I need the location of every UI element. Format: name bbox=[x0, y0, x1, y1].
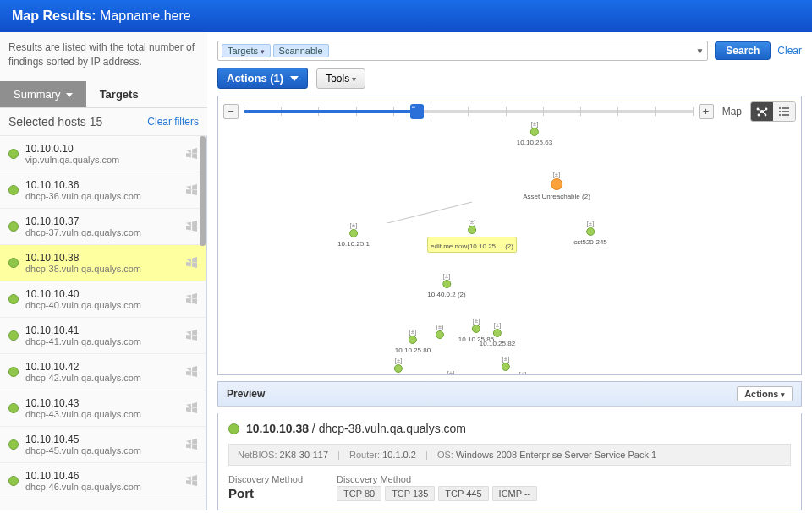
host-item[interactable]: 10.10.10.42dhcp-42.vuln.qa.qualys.com bbox=[0, 354, 206, 390]
node-label: 10.40.0.2 (2) bbox=[427, 291, 465, 298]
status-dot-icon bbox=[8, 221, 19, 232]
status-dot-icon bbox=[8, 149, 19, 159]
preview-bar: Preview Actions bbox=[217, 381, 802, 407]
windows-icon bbox=[186, 257, 197, 268]
status-dot-icon bbox=[8, 367, 19, 377]
host-item[interactable]: 10.10.10.43dhcp-43.vuln.qa.qualys.com bbox=[0, 390, 206, 427]
preview-host-title: 10.10.10.38 / dhcp-38.vuln.qa.qualys.com bbox=[228, 422, 791, 435]
map-edges bbox=[218, 96, 472, 223]
node-label: 10.10.25.1 bbox=[337, 240, 370, 248]
svg-rect-13 bbox=[779, 114, 781, 116]
map-node[interactable]: [±]10.10.25.52 bbox=[505, 372, 540, 375]
host-item[interactable]: 10.10.10.41dhcp-41.vuln.qa.qualys.com bbox=[0, 318, 206, 354]
preview-body: 10.10.10.38 / dhcp-38.vuln.qa.qualys.com… bbox=[217, 413, 802, 510]
zoom-in-button[interactable]: + bbox=[699, 104, 714, 119]
host-ip: 10.10.10.46 bbox=[25, 470, 179, 482]
map-node[interactable]: [±]10.40.0.2 (2) bbox=[427, 274, 465, 298]
node-label: cst520-245 bbox=[573, 238, 607, 246]
host-item[interactable]: 10.10.0.10vip.vuln.qa.qualys.com bbox=[0, 136, 206, 172]
host-dns: vip.vuln.qa.qualys.com bbox=[25, 155, 179, 165]
map-node[interactable]: [±]10.10.25.85 bbox=[458, 319, 494, 343]
host-ip: 10.10.10.43 bbox=[25, 397, 179, 409]
node-dot-icon bbox=[468, 226, 476, 234]
node-dot-icon bbox=[530, 128, 539, 136]
map-canvas[interactable]: − + Map bbox=[217, 96, 802, 375]
map-node[interactable]: [±]10.10.25.80 bbox=[395, 330, 431, 354]
status-dot-icon bbox=[8, 403, 19, 413]
windows-icon bbox=[186, 148, 197, 159]
host-item[interactable]: 10.10.10.37dhcp-37.vuln.qa.qualys.com bbox=[0, 209, 206, 245]
host-item[interactable]: 10.10.10.36dhcp-36.vuln.qa.qualys.com bbox=[0, 172, 206, 209]
status-dot-icon bbox=[8, 476, 19, 486]
actions-label: Actions (1) bbox=[227, 72, 283, 85]
preview-host-dns: dhcp-38.vuln.qa.qualys.com bbox=[319, 422, 466, 435]
discovery-row: Discovery Method Port Discovery Method T… bbox=[228, 474, 791, 501]
node-label: Asset Unreachable (2) bbox=[523, 193, 590, 200]
host-ip: 10.10.10.36 bbox=[25, 179, 179, 191]
clear-filters-link[interactable]: Clear filters bbox=[147, 116, 199, 128]
map-node[interactable]: [±]10.10.25.1 bbox=[337, 223, 370, 248]
svg-rect-14 bbox=[782, 114, 789, 116]
sidebar-tabs: Summary Targets bbox=[0, 81, 207, 108]
map-label: Map bbox=[719, 106, 745, 117]
main-area: Targets Scannable ▼ Search Clear Actions… bbox=[207, 32, 812, 510]
svg-rect-11 bbox=[779, 111, 781, 112]
windows-icon bbox=[186, 221, 197, 232]
filter-type-pill[interactable]: Targets bbox=[222, 44, 271, 57]
map-node[interactable]: [±]cst520-245 bbox=[573, 221, 607, 246]
filter-dropdown-icon[interactable]: ▼ bbox=[695, 46, 704, 56]
host-dns: dhcp-37.vuln.qa.qualys.com bbox=[25, 227, 179, 237]
host-dns: dhcp-46.vuln.qa.qualys.com bbox=[25, 482, 179, 492]
search-button[interactable]: Search bbox=[715, 41, 771, 60]
scrollbar-thumb[interactable] bbox=[200, 136, 206, 246]
host-dns: dhcp-38.vuln.qa.qualys.com bbox=[25, 264, 179, 274]
map-node[interactable]: [±]edit.me.now(10.10.25.... (2) bbox=[427, 220, 517, 253]
host-ip: 10.10.10.38 bbox=[25, 252, 179, 264]
tools-button[interactable]: Tools bbox=[316, 68, 365, 89]
map-node[interactable]: [±]10.10.25.84 bbox=[381, 358, 416, 375]
node-dot-icon bbox=[349, 229, 358, 237]
map-node[interactable]: [±]10.10.0 (18) bbox=[432, 371, 469, 375]
windows-icon bbox=[186, 184, 197, 195]
filter-input[interactable]: Targets Scannable ▼ bbox=[217, 41, 708, 61]
clear-link[interactable]: Clear bbox=[777, 45, 802, 57]
map-node[interactable]: [±] bbox=[436, 325, 444, 341]
view-list-button[interactable] bbox=[773, 102, 795, 121]
header-prefix: Map Results: bbox=[12, 8, 96, 23]
host-item[interactable]: 10.10.10.40dhcp-40.vuln.qa.qualys.com bbox=[0, 281, 206, 318]
host-item[interactable]: 10.10.10.45dhcp-45.vuln.qa.qualys.com bbox=[0, 427, 206, 463]
hosts-list[interactable]: 10.10.0.10vip.vuln.qa.qualys.com10.10.10… bbox=[0, 136, 207, 510]
host-ip: 10.10.0.10 bbox=[25, 143, 179, 155]
view-graph-button[interactable] bbox=[751, 102, 773, 121]
map-node[interactable]: [±]Asset Unreachable (2) bbox=[523, 172, 590, 200]
host-dns: dhcp-40.vuln.qa.qualys.com bbox=[25, 300, 179, 310]
tab-summary[interactable]: Summary bbox=[0, 81, 86, 107]
preview-actions-button[interactable]: Actions bbox=[737, 386, 793, 401]
host-item[interactable]: 10.10.10.46dhcp-46.vuln.qa.qualys.com bbox=[0, 463, 206, 499]
windows-icon bbox=[186, 402, 197, 413]
header-bar: Map Results: Mapname.here bbox=[0, 0, 812, 32]
status-dot-icon bbox=[8, 439, 19, 450]
status-dot-icon bbox=[8, 330, 19, 341]
windows-icon bbox=[186, 293, 197, 304]
node-label: edit.me.now(10.10.25.... (2) bbox=[431, 243, 513, 250]
node-dot-icon bbox=[551, 178, 562, 190]
port-chip: TCP 135 bbox=[385, 486, 435, 501]
status-dot-icon bbox=[8, 258, 19, 268]
host-item[interactable]: 10.10.10.38dhcp-38.vuln.qa.qualys.com bbox=[0, 245, 206, 281]
map-node[interactable]: [±]10.10.25.63 bbox=[517, 122, 552, 146]
node-dot-icon bbox=[586, 227, 595, 236]
status-dot-icon bbox=[8, 294, 19, 304]
preview-host-ip: 10.10.10.38 bbox=[246, 422, 309, 435]
node-label: 10.10.25.80 bbox=[395, 347, 431, 354]
port-chip: TCP 80 bbox=[337, 486, 381, 501]
actions-button[interactable]: Actions (1) bbox=[217, 68, 308, 89]
tab-targets[interactable]: Targets bbox=[86, 81, 152, 107]
header-mapname: Mapname.here bbox=[100, 8, 191, 23]
filter-value-pill[interactable]: Scannable bbox=[273, 44, 329, 57]
windows-icon bbox=[186, 366, 197, 377]
host-dns: dhcp-36.vuln.qa.qualys.com bbox=[25, 191, 179, 201]
host-dns: dhcp-43.vuln.qa.qualys.com bbox=[25, 409, 179, 419]
node-dot-icon bbox=[472, 325, 480, 333]
svg-rect-10 bbox=[782, 107, 789, 109]
